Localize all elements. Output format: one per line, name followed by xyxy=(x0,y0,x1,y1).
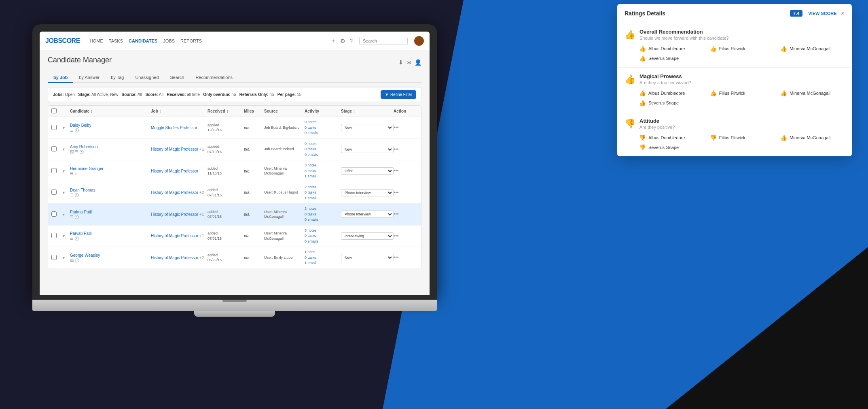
more-actions-button[interactable]: ••• xyxy=(394,233,399,239)
row-checkbox[interactable] xyxy=(51,125,57,130)
expand-arrow[interactable]: ▼ xyxy=(62,126,66,130)
stage-select[interactable]: New xyxy=(341,254,394,261)
list-icon[interactable]: ☰ xyxy=(70,128,73,132)
received-date: added05/29/15 xyxy=(207,253,222,262)
add-icon[interactable]: ＋ xyxy=(330,37,336,45)
more-actions-button[interactable]: ••• xyxy=(394,211,399,217)
list-icon[interactable]: ☰ xyxy=(70,172,73,176)
nav-home[interactable]: HOME xyxy=(90,38,103,43)
tab-recommendations[interactable]: Recommendations xyxy=(190,72,238,83)
header-job: Job ↕ xyxy=(151,109,207,113)
row-checkbox[interactable] xyxy=(51,168,57,173)
job-link[interactable]: History of Magic Professor +2 xyxy=(151,256,204,260)
row-checkbox[interactable] xyxy=(51,146,57,151)
candidate-name[interactable]: Amy Robertson xyxy=(70,145,151,149)
expand-arrow[interactable]: ▼ xyxy=(62,234,66,238)
expand-arrow[interactable]: ▼ xyxy=(62,191,66,195)
rater-item: 👍 Severus Snape xyxy=(639,100,703,106)
source: User: Minerva McGonagall xyxy=(264,166,287,176)
section-title: Attitude xyxy=(639,118,675,124)
help-icon[interactable]: ? xyxy=(349,38,353,44)
list-icon[interactable]: ☰ xyxy=(70,193,73,197)
activity: 1 note0 tasks1 email xyxy=(305,250,316,265)
expand-arrow[interactable]: ▼ xyxy=(62,256,66,260)
stage-select[interactable]: Phone Interview xyxy=(341,211,394,218)
clock-icon[interactable]: 🕐 xyxy=(75,258,79,262)
avatar[interactable] xyxy=(414,36,424,46)
row-checkbox[interactable] xyxy=(51,190,57,195)
rater-name: Albus Dumbledore xyxy=(648,135,685,140)
laptop-wrapper: JOBSCORE HOME TASKS CANDIDATES JOBS REPO… xyxy=(32,24,437,340)
clock-icon[interactable]: 🕐 xyxy=(74,215,79,219)
more-actions-button[interactable]: ••• xyxy=(394,190,399,196)
rater-thumb-up-icon: 👍 xyxy=(710,90,717,96)
select-all-checkbox[interactable] xyxy=(51,108,57,113)
close-button[interactable]: × xyxy=(841,10,845,17)
clock-icon[interactable]: 🕐 xyxy=(79,150,84,154)
candidate-name[interactable]: Parvati Patil xyxy=(70,231,151,236)
row-checkbox[interactable] xyxy=(51,233,57,238)
job-link[interactable]: History of Magic Professor +1 xyxy=(151,234,204,238)
candidate-name[interactable]: Dean Thomas xyxy=(70,188,151,192)
job-link[interactable]: History of Magic Professor +1 xyxy=(151,212,204,217)
nav-candidates[interactable]: CANDIDATES xyxy=(129,38,157,43)
expand-arrow[interactable]: ▼ xyxy=(62,213,66,217)
more-actions-button[interactable]: ••• xyxy=(394,255,399,260)
share-icon[interactable]: 👤 xyxy=(415,59,421,66)
more-actions-button[interactable]: ••• xyxy=(394,147,399,152)
more-actions-button[interactable]: ••• xyxy=(394,168,399,174)
stage-select[interactable]: New xyxy=(341,146,394,153)
source: User: Emily Lippe xyxy=(264,256,293,260)
source: User: Minerva McGonagall xyxy=(264,231,287,241)
table-header: Candidate ↕ Job ↕ Received ↕ Miles Sourc… xyxy=(48,106,421,117)
refine-filter-button[interactable]: ▼ Refine Filter xyxy=(381,90,416,99)
clock-icon[interactable]: 🕐 xyxy=(74,193,79,197)
nav-reports[interactable]: REPORTS xyxy=(180,38,202,43)
more-actions-button[interactable]: ••• xyxy=(394,125,399,130)
job-link[interactable]: History of Magic Professor +1 xyxy=(151,147,204,151)
tab-by-answer[interactable]: by Answer xyxy=(73,72,105,83)
list2-icon[interactable]: ≡ xyxy=(74,172,76,176)
stage-select[interactable]: Phone Interview xyxy=(341,189,394,196)
candidate-name[interactable]: Hermione Granger xyxy=(70,166,151,171)
view-score-link[interactable]: VIEW SCORE xyxy=(808,11,836,16)
list-icon[interactable]: ☰ xyxy=(70,236,73,241)
header-activity: Activity xyxy=(305,109,341,113)
job-link[interactable]: Muggle Studies Professor xyxy=(151,126,197,130)
tab-by-job[interactable]: by Job xyxy=(48,72,73,83)
job-link[interactable]: History of Magic Professor xyxy=(151,169,198,173)
header-action: Action xyxy=(394,109,421,113)
section-subtitle: Should we move forward with this candida… xyxy=(639,36,729,40)
list-icon[interactable]: ☰ xyxy=(70,215,73,219)
clock-icon[interactable]: 🕐 xyxy=(74,128,79,132)
stage-select[interactable]: Offer xyxy=(341,167,394,175)
rater-thumb-up-icon: 👍 xyxy=(780,134,787,141)
nav-jobs[interactable]: JOBS xyxy=(163,38,175,43)
search-input[interactable] xyxy=(359,37,408,45)
received-date: added07/01/15 xyxy=(207,231,222,241)
download-icon[interactable]: ⬇ xyxy=(398,59,403,66)
stage-select[interactable]: New xyxy=(341,124,394,131)
tab-unassigned[interactable]: Unassigned xyxy=(129,72,164,83)
image-icon[interactable]: 🖼 xyxy=(70,258,74,262)
settings-icon[interactable]: ⚙ xyxy=(340,38,345,44)
expand-arrow[interactable]: ▼ xyxy=(62,147,66,151)
clock-icon[interactable]: 🕐 xyxy=(74,236,79,241)
candidate-name[interactable]: Padma Patil xyxy=(70,210,151,214)
candidate-name[interactable]: Daisy Belby xyxy=(70,123,151,128)
candidate-name[interactable]: George Weasley xyxy=(70,253,151,258)
expand-arrow[interactable]: ▼ xyxy=(62,169,66,173)
app-navbar: JOBSCORE HOME TASKS CANDIDATES JOBS REPO… xyxy=(40,32,430,50)
list-icon[interactable]: ☰ xyxy=(75,150,78,154)
image-icon[interactable]: 🖼 xyxy=(70,150,74,154)
row-checkbox[interactable] xyxy=(51,255,57,260)
stage-select[interactable]: Interviewing xyxy=(341,232,394,240)
row-checkbox[interactable] xyxy=(51,211,57,217)
activity: 2 notes0 tasks0 emails xyxy=(305,207,318,222)
tab-by-tag[interactable]: by Tag xyxy=(105,72,129,83)
tab-search[interactable]: Search xyxy=(165,72,190,83)
job-link[interactable]: History of Magic Professor +2 xyxy=(151,190,204,195)
email-icon[interactable]: ✉ xyxy=(406,59,411,66)
nav-tasks[interactable]: TASKS xyxy=(109,38,123,43)
rater-thumb-up-icon: 👍 xyxy=(639,100,646,106)
